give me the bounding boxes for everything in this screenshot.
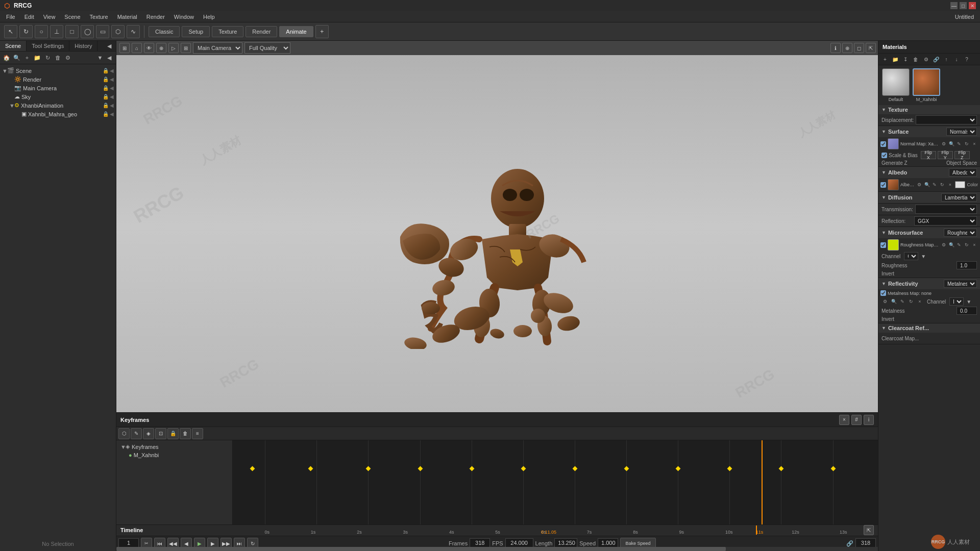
- tab-classic[interactable]: Classic: [149, 26, 180, 37]
- scene-panel-arrow-button[interactable]: ◀: [105, 53, 114, 62]
- rm-settings-icon[interactable]: ⚙: [940, 241, 947, 248]
- mat-settings-button[interactable]: ⚙: [921, 55, 930, 64]
- displacement-select[interactable]: [916, 115, 977, 124]
- vp-look-button[interactable]: 👁: [144, 43, 154, 53]
- tab-animate[interactable]: Animate: [279, 26, 313, 37]
- ms-search-icon[interactable]: 🔍: [890, 298, 897, 305]
- tree-item-sky[interactable]: ☁ Sky 🔒 ◀: [0, 92, 116, 101]
- menu-file[interactable]: File: [2, 13, 19, 21]
- kf-tool-3[interactable]: ◈: [143, 428, 154, 439]
- flip-z-button[interactable]: Flip Z: [954, 151, 970, 159]
- ms-settings-icon[interactable]: ⚙: [881, 298, 889, 305]
- tab-setup[interactable]: Setup: [182, 26, 210, 37]
- scene-settings-button[interactable]: ⚙: [63, 53, 72, 62]
- diffusion-section-header[interactable]: ▼ Diffusion Lambertian: [878, 192, 980, 203]
- am-search-icon[interactable]: 🔍: [923, 181, 930, 188]
- mat-import-button[interactable]: ↧: [901, 55, 910, 64]
- playhead[interactable]: [762, 440, 763, 524]
- keyframes-i-button[interactable]: i: [864, 415, 874, 425]
- tree-item-geo[interactable]: ▣ Xahnbi_Mahra_geo 🔒 ◀: [0, 110, 116, 118]
- menu-view[interactable]: View: [39, 13, 60, 21]
- quality-select[interactable]: Full Quality High Quality: [244, 42, 290, 54]
- keyframes-hash-button[interactable]: #: [851, 415, 862, 425]
- tab-tool-settings[interactable]: Tool Settings: [27, 41, 69, 51]
- mat-help-button[interactable]: ?: [962, 55, 971, 64]
- am-edit-icon[interactable]: ✎: [931, 181, 938, 188]
- scene-folder-button[interactable]: 📁: [33, 53, 42, 62]
- metalness-map-checkbox[interactable]: [880, 290, 886, 296]
- reflectivity-section-header[interactable]: ▼ Reflectivity Metalness: [878, 278, 980, 289]
- diffusion-mode-select[interactable]: Lambertian: [941, 193, 977, 202]
- vp-render-button[interactable]: ▷: [168, 43, 179, 53]
- nm-settings-icon[interactable]: ⚙: [940, 140, 947, 147]
- microsurface-mode-select[interactable]: Roughness: [944, 229, 977, 237]
- kf-tool-5[interactable]: 🔒: [167, 428, 179, 439]
- mat-add-button[interactable]: +: [880, 55, 890, 64]
- clearcoat-section-header[interactable]: ▼ Clearcoat Ref...: [878, 323, 980, 333]
- microsurface-section-header[interactable]: ▼ Microsurface Roughness: [878, 227, 980, 238]
- ms-refresh-icon[interactable]: ↻: [908, 298, 915, 305]
- metalness-input[interactable]: [957, 307, 977, 315]
- mat-up-button[interactable]: ↑: [942, 55, 951, 64]
- am-settings-icon[interactable]: ⚙: [916, 181, 923, 188]
- nm-edit-icon[interactable]: ✎: [955, 140, 963, 147]
- mat-delete-button[interactable]: 🗑: [911, 55, 920, 64]
- roughness-map-checkbox[interactable]: [880, 242, 886, 248]
- camera-select[interactable]: Main Camera Perspective: [193, 42, 242, 54]
- albedo-section-header[interactable]: ▼ Albedo Albedo: [878, 167, 980, 178]
- transmission-select[interactable]: [915, 205, 977, 214]
- scene-panel-settings-button[interactable]: ▼: [95, 53, 105, 62]
- kf-tool-4[interactable]: ⊡: [155, 428, 166, 439]
- tree-item-render[interactable]: 🔆 Render 🔒 ◀: [0, 75, 116, 84]
- tab-texture[interactable]: Texture: [212, 26, 243, 37]
- albedo-map-checkbox[interactable]: [880, 182, 886, 188]
- maximize-button[interactable]: □: [960, 2, 967, 9]
- mat-folder-button[interactable]: 📁: [891, 55, 900, 64]
- nm-refresh-icon[interactable]: ↻: [963, 140, 970, 147]
- scale-bias-checkbox[interactable]: [881, 153, 887, 158]
- keyframes-x-button[interactable]: ×: [839, 415, 849, 425]
- ms-edit-icon[interactable]: ✎: [899, 298, 906, 305]
- vp-frame-button[interactable]: ⊞: [181, 43, 191, 53]
- material-m-xahnbi[interactable]: M_Xahnbi: [912, 68, 941, 102]
- minimize-button[interactable]: —: [950, 2, 958, 9]
- vp-home-button[interactable]: ⌂: [132, 43, 142, 53]
- surface-section-header[interactable]: ▼ Surface Normals: [878, 126, 980, 137]
- vp-icon-2[interactable]: ⊕: [842, 43, 852, 53]
- rotate-tool-button[interactable]: ↻: [19, 25, 33, 38]
- tab-render[interactable]: Render: [246, 26, 277, 37]
- vp-icon-4[interactable]: ⇱: [866, 43, 876, 53]
- mat-link-button[interactable]: 🔗: [932, 55, 941, 64]
- kf-tool-1[interactable]: ⬡: [118, 428, 130, 439]
- menu-window[interactable]: Window: [170, 13, 198, 21]
- vp-icon-1[interactable]: ℹ: [830, 43, 841, 53]
- path-tool-button[interactable]: ∿: [127, 25, 140, 38]
- am-delete-icon[interactable]: ×: [946, 181, 953, 188]
- scene-add-button[interactable]: +: [22, 53, 32, 62]
- kf-tool-2[interactable]: ✎: [131, 428, 142, 439]
- tab-history[interactable]: History: [69, 41, 97, 51]
- keyframes-timeline[interactable]: [233, 440, 878, 524]
- scene-home-button[interactable]: 🏠: [2, 53, 11, 62]
- ellipse-tool-button[interactable]: ◯: [81, 25, 94, 38]
- menu-help[interactable]: Help: [199, 13, 219, 21]
- rm-edit-icon[interactable]: ✎: [955, 241, 963, 248]
- texture-section-header[interactable]: ▼ Texture: [878, 105, 980, 114]
- menu-material[interactable]: Material: [113, 13, 141, 21]
- vp-icon-3[interactable]: ◻: [854, 43, 864, 53]
- kf-tool-7[interactable]: ≡: [192, 428, 203, 439]
- rect-tool-button[interactable]: ▭: [96, 25, 109, 38]
- tree-item-camera[interactable]: 📷 Main Camera 🔒 ◀: [0, 84, 116, 92]
- box-tool-button[interactable]: □: [65, 25, 79, 38]
- albedo-color-swatch[interactable]: [955, 181, 965, 188]
- poly-tool-button[interactable]: ⬡: [111, 25, 125, 38]
- select-tool-button[interactable]: ↖: [4, 25, 17, 38]
- rm-search-icon[interactable]: 🔍: [948, 241, 955, 248]
- tree-item-scene[interactable]: ▼ 🎬 Scene 🔒 ◀: [0, 66, 116, 75]
- rm-refresh-icon[interactable]: ↻: [963, 241, 970, 248]
- joint-tool-button[interactable]: ⊥: [50, 25, 63, 38]
- menu-render[interactable]: Render: [142, 13, 169, 21]
- timeline-expand-icon[interactable]: ⇱: [864, 525, 874, 535]
- roughness-input[interactable]: [957, 261, 977, 269]
- channel-select[interactable]: G R B: [904, 252, 918, 260]
